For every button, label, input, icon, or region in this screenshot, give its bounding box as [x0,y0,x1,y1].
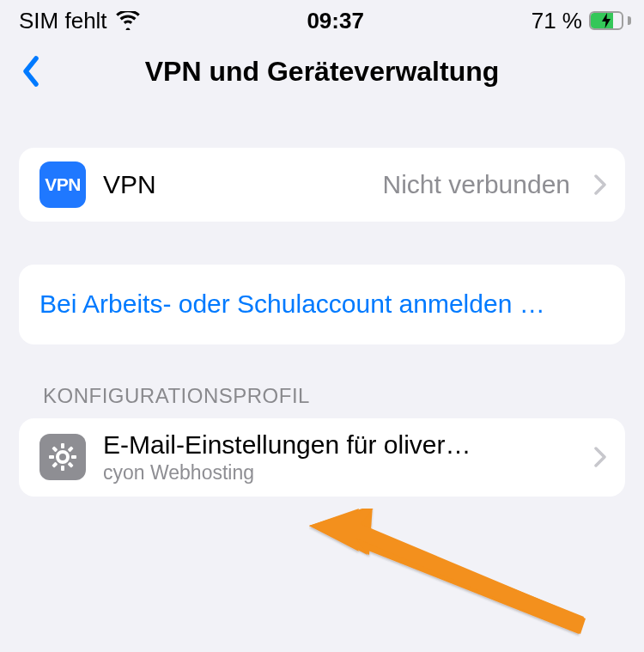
wifi-icon [116,11,140,30]
battery-text: 71 % [532,8,582,34]
signin-group: Bei Arbeits- oder Schulaccount anmelden … [19,265,625,344]
svg-rect-7 [52,446,58,452]
chevron-right-icon [594,174,606,195]
svg-rect-8 [68,462,74,468]
config-profile-group: E-Mail-Einstellungen für oliver… cyon We… [19,418,625,497]
vpn-status: Nicht verbunden [383,170,570,199]
chevron-right-icon [594,447,606,467]
svg-marker-13 [309,509,373,555]
profile-title: E-Mail-Einstellungen für oliver… [103,430,570,460]
signin-work-school-button[interactable]: Bei Arbeits- oder Schulaccount anmelden … [19,265,625,344]
vpn-row[interactable]: VPN VPN Nicht verbunden [19,148,625,222]
vpn-label: VPN [103,170,156,199]
status-bar: SIM fehlt 09:37 71 % [0,0,644,41]
svg-marker-14 [311,509,586,634]
vpn-icon: VPN [39,161,86,208]
svg-rect-1 [61,443,64,448]
config-profile-header: Konfigurationsprofil [19,384,625,418]
profile-text: E-Mail-Einstellungen für oliver… cyon We… [103,430,570,484]
profile-subtitle: cyon Webhosting [103,461,570,484]
svg-rect-5 [68,446,74,452]
status-right: 71 % [532,8,627,34]
svg-rect-3 [49,455,54,459]
chevron-left-icon [21,56,40,87]
vpn-group: VPN VPN Nicht verbunden [19,148,625,222]
charging-bolt-icon [601,13,611,28]
sim-status: SIM fehlt [19,8,107,34]
page-title: VPN und Geräteverwaltung [0,56,644,88]
svg-marker-11 [309,517,362,543]
signin-link-text: Bei Arbeits- oder Schulaccount anmelden … [39,287,545,322]
back-button[interactable] [12,52,50,90]
svg-rect-6 [52,462,58,468]
svg-marker-12 [340,521,584,634]
svg-rect-2 [61,466,64,471]
svg-marker-9 [309,509,359,527]
svg-marker-10 [309,526,359,551]
gear-icon [39,434,86,480]
config-profile-row[interactable]: E-Mail-Einstellungen für oliver… cyon We… [19,418,625,497]
battery-icon [589,11,627,30]
status-left: SIM fehlt [19,8,140,34]
svg-rect-4 [71,455,76,459]
annotation-arrow-icon [309,509,592,646]
status-time: 09:37 [307,8,364,34]
nav-header: VPN und Geräteverwaltung [0,41,644,101]
svg-point-0 [58,452,68,462]
